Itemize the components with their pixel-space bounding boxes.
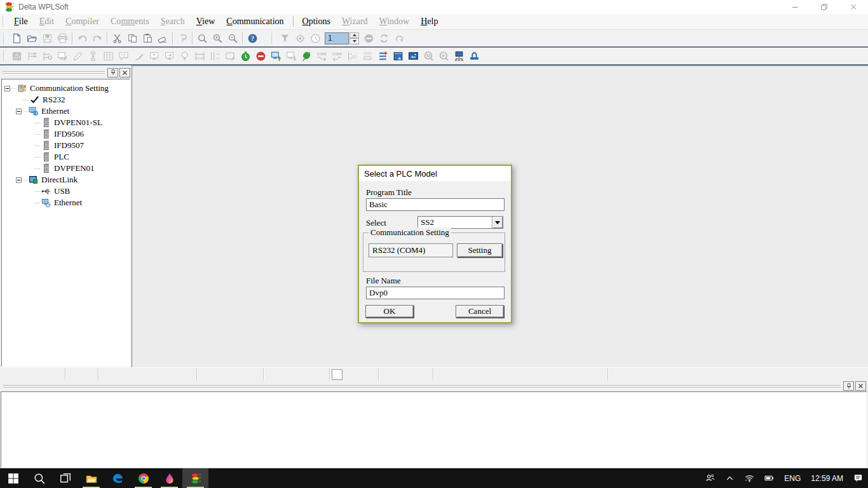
- row-spinbox[interactable]: 1: [325, 32, 359, 44]
- image-capture-button[interactable]: [405, 48, 421, 64]
- option-hint-button: [177, 48, 192, 64]
- output-pin-button[interactable]: [843, 381, 854, 391]
- panel-pin-button[interactable]: [107, 68, 118, 78]
- language-indicator[interactable]: ENG: [779, 474, 806, 483]
- select-label: Select: [366, 218, 386, 228]
- save-file-button: [39, 30, 55, 46]
- plc-upload-button[interactable]: [268, 48, 283, 64]
- simulator-start-button[interactable]: [238, 48, 253, 64]
- tree-item-dvpen01-sl[interactable]: DVPEN01-SL: [2, 117, 130, 128]
- people-icon[interactable]: [700, 468, 720, 488]
- tree-item-directlink[interactable]: DirectLink: [2, 174, 130, 186]
- instruction-table-button: [100, 48, 116, 64]
- edit-registers-button[interactable]: [375, 48, 390, 64]
- program-title-input[interactable]: Basic: [366, 198, 505, 211]
- action-center-button[interactable]: [848, 468, 868, 488]
- tree-expander[interactable]: [4, 86, 10, 92]
- system-tray: * ENG 12:59 AM: [700, 468, 868, 488]
- ladder-to-code-button: CODE: [329, 48, 344, 64]
- menu-file[interactable]: File: [8, 15, 34, 28]
- ladder-diagram-button: [24, 48, 39, 64]
- plc-model-select[interactable]: SS2: [417, 216, 503, 229]
- clock[interactable]: 12:59 AM: [806, 474, 848, 483]
- file-explorer[interactable]: [78, 468, 104, 488]
- directlink-icon: [28, 175, 39, 185]
- panel-drag-handle[interactable]: [3, 71, 105, 74]
- tree-item-label: Communication Setting: [30, 83, 109, 93]
- tree-item-plc[interactable]: PLC: [2, 151, 130, 163]
- chrome-browser[interactable]: [130, 468, 156, 488]
- menu-communication[interactable]: Communication: [220, 15, 289, 28]
- select-plc-model-dialog: Select a PLC Model Program Title Basic S…: [358, 165, 512, 323]
- tree-item-ethernet[interactable]: Ethernet: [2, 105, 130, 117]
- tree-item-rs232[interactable]: RS232: [2, 94, 130, 105]
- toolbar-separator: [107, 32, 107, 44]
- tree-connector: [34, 203, 40, 203]
- tree-item-ethernet[interactable]: Ethernet: [2, 197, 130, 208]
- tree-expander[interactable]: [16, 177, 22, 183]
- tree-item-ifd9507[interactable]: IFD9507: [2, 140, 130, 151]
- close-button[interactable]: [839, 0, 868, 14]
- panel-header: [1, 67, 130, 78]
- tree-item-dvpfen01[interactable]: DVPFEN01: [2, 163, 130, 174]
- setting-button[interactable]: Setting: [457, 243, 503, 257]
- delete-button[interactable]: [155, 30, 170, 46]
- svg-text:IO: IO: [352, 54, 356, 58]
- module-icon: [41, 140, 51, 151]
- spin-down-button[interactable]: [349, 38, 359, 44]
- tree-expander[interactable]: [16, 109, 22, 114]
- hidden-icons-chevron[interactable]: [720, 468, 740, 488]
- tree-item-usb[interactable]: USB: [2, 186, 130, 197]
- help-button[interactable]: ?: [245, 30, 260, 46]
- ladder-link-button: [175, 30, 190, 46]
- toolbar-standard: ?1: [0, 30, 868, 48]
- battery-icon[interactable]: [759, 468, 779, 488]
- start-button[interactable]: [0, 468, 26, 488]
- restore-button[interactable]: [810, 0, 839, 14]
- svg-text:IP: IP: [442, 53, 445, 57]
- task-view-button[interactable]: [52, 468, 78, 488]
- find-button[interactable]: [194, 30, 210, 46]
- paste-button[interactable]: [140, 30, 155, 46]
- copy-button[interactable]: [125, 30, 140, 46]
- tree-item-ifd9506[interactable]: IFD9506: [2, 128, 130, 140]
- tool-clamp-button[interactable]: [466, 48, 482, 64]
- monitor-window-button[interactable]: [390, 48, 405, 64]
- cancel-button[interactable]: Cancel: [456, 305, 504, 318]
- output-panel-drag-handle[interactable]: [3, 384, 841, 388]
- spin-up-button[interactable]: [349, 32, 359, 39]
- output-close-button[interactable]: [855, 381, 866, 391]
- new-file-button[interactable]: [9, 30, 24, 46]
- edge-browser[interactable]: [104, 468, 130, 488]
- window-titlebar: Delta WPLSoft: [0, 0, 868, 14]
- online-mode-button[interactable]: [299, 48, 314, 64]
- wifi-icon[interactable]: *: [740, 468, 759, 488]
- ladder-io-button: IO: [344, 48, 360, 64]
- app-icon: [4, 2, 15, 12]
- menu-help[interactable]: Help: [415, 15, 444, 28]
- paint-3d[interactable]: [156, 468, 182, 488]
- toolbar-separator: [192, 32, 193, 44]
- minimize-button[interactable]: [780, 0, 810, 14]
- delta-wplsoft[interactable]: [182, 468, 208, 488]
- tree-item-communication-setting[interactable]: Communication Setting: [2, 83, 130, 94]
- comment-edit-button: [116, 48, 131, 64]
- panel-close-button[interactable]: [119, 68, 130, 78]
- ok-button[interactable]: OK: [365, 305, 414, 318]
- tree-item-label: RS232: [43, 95, 65, 105]
- menu-bar: FileEditCompilerCommentsSearchViewCommun…: [0, 14, 868, 30]
- zoom-in-button[interactable]: [210, 30, 225, 46]
- menu-view[interactable]: View: [191, 15, 221, 28]
- network-config-button[interactable]: [451, 48, 466, 64]
- cut-button[interactable]: [109, 30, 125, 46]
- search-button[interactable]: [26, 468, 52, 488]
- statusbar-cell-6: [344, 368, 379, 381]
- spin-value[interactable]: 1: [325, 32, 349, 44]
- combo-dropdown-button[interactable]: [492, 217, 503, 228]
- simulator-stop-button[interactable]: [253, 48, 268, 64]
- zoom-out-button[interactable]: [225, 30, 240, 46]
- file-name-input[interactable]: Dvp0: [366, 287, 505, 299]
- menu-options[interactable]: Options: [297, 15, 336, 28]
- tree-connector: [34, 146, 40, 146]
- open-file-button[interactable]: [24, 30, 39, 46]
